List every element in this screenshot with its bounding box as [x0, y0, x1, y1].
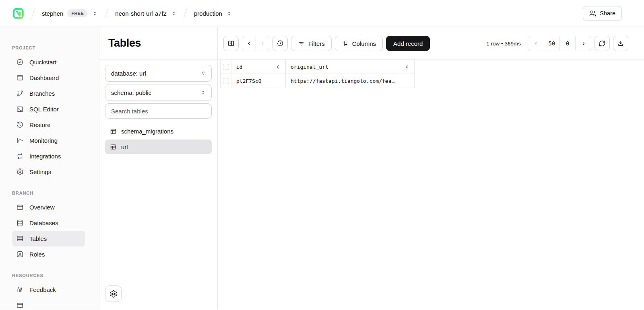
sidebar-item-quickstart[interactable]: Quickstart	[12, 54, 85, 70]
window-icon	[16, 203, 24, 211]
gear-icon	[16, 168, 24, 176]
table-list-item-schema_migrations[interactable]: schema_migrations	[105, 124, 212, 138]
grid-cell[interactable]: pl2F7ScQ	[231, 74, 286, 88]
sidebar-item-branches[interactable]: Branches	[12, 86, 85, 101]
grid-column-header-original_url[interactable]: original_url	[286, 60, 415, 74]
sidebar-item-overview[interactable]: Overview	[12, 199, 85, 215]
app: stephen FREE neon-short-url-a7f2 product…	[0, 0, 644, 310]
sql-editor-icon	[16, 105, 24, 113]
sidebar-item-feedback[interactable]: Feedback	[12, 282, 85, 298]
column-name: original_url	[291, 64, 328, 70]
grid-toolbar: Filters Columns Add record 1 row • 369ms	[223, 36, 644, 51]
sidebar-item-label: Roles	[29, 251, 45, 258]
plan-badge: FREE	[67, 9, 88, 17]
chevron-right-icon	[580, 41, 586, 47]
collapse-panel-button[interactable]	[223, 36, 239, 51]
roles-icon	[16, 250, 24, 258]
filter-icon	[298, 40, 305, 47]
tables-panel-footer	[99, 285, 217, 310]
table-list-item-url[interactable]: url	[105, 140, 212, 154]
refresh-button[interactable]	[594, 36, 610, 51]
chevron-updown-icon	[200, 70, 206, 76]
chevron-updown-icon[interactable]	[226, 10, 232, 16]
grid-cell[interactable]: https://fastapi.tiangolo.com/fea…	[286, 74, 415, 88]
grid-column-header-id[interactable]: id	[231, 60, 286, 74]
sidebar-section-label: BRANCH	[12, 191, 87, 195]
forward-button[interactable]	[256, 36, 269, 51]
download-icon	[617, 40, 624, 47]
download-button[interactable]	[613, 36, 628, 51]
back-button[interactable]	[242, 36, 256, 51]
add-record-button[interactable]: Add record	[386, 36, 430, 51]
top-header: stephen FREE neon-short-url-a7f2 product…	[0, 0, 644, 27]
refresh-icon	[599, 40, 606, 47]
table-icon	[110, 128, 117, 135]
next-page-button[interactable]	[575, 36, 591, 51]
users-icon	[589, 10, 596, 17]
filters-button[interactable]: Filters	[291, 36, 332, 51]
chevron-updown-icon	[200, 89, 206, 96]
sidebar-item-label: Restore	[29, 121, 51, 128]
schema-select-value: schema: public	[111, 89, 151, 96]
account-name: stephen	[42, 10, 63, 17]
sidebar-item-tables[interactable]: Tables	[12, 231, 85, 246]
neon-logo-icon[interactable]	[12, 7, 25, 20]
grid-area: idoriginal_url pl2F7ScQhttps://fastapi.t…	[218, 60, 644, 88]
data-grid: idoriginal_url pl2F7ScQhttps://fastapi.t…	[220, 60, 415, 88]
tables-panel: Tables database: url schema: public sche…	[99, 27, 218, 310]
window-icon	[16, 302, 24, 309]
sidebar-item-label: Tables	[29, 235, 47, 242]
breadcrumb-divider	[31, 8, 35, 18]
sidebar-item-clipped[interactable]	[12, 298, 85, 310]
sidebar-item-label: Monitoring	[29, 137, 58, 144]
sidebar-item-dashboard[interactable]: Dashboard	[12, 70, 85, 86]
main-area: Filters Columns Add record 1 row • 369ms	[218, 27, 644, 310]
prev-page-button[interactable]	[528, 36, 544, 51]
sort-icon[interactable]	[275, 64, 281, 70]
chevron-updown-icon[interactable]	[171, 10, 177, 16]
panel-settings-button[interactable]	[105, 285, 122, 302]
select-all-cell	[221, 60, 231, 74]
integrations-icon	[16, 152, 24, 160]
chart-icon	[16, 137, 24, 144]
history-icon	[277, 40, 284, 47]
feedback-icon	[16, 286, 24, 294]
sidebar-item-settings[interactable]: Settings	[12, 164, 85, 180]
sidebar-item-label: Branches	[29, 90, 55, 97]
sidebar-item-label: Databases	[29, 220, 58, 226]
sidebar-item-restore[interactable]: Restore	[12, 117, 85, 133]
sidebar-item-label: Integrations	[29, 153, 61, 160]
row-checkbox[interactable]	[223, 78, 229, 84]
breadcrumb-branch[interactable]: production	[194, 10, 232, 17]
breadcrumb-divider	[105, 8, 108, 18]
row-select-cell	[221, 74, 231, 88]
sidebar-item-databases[interactable]: Databases	[12, 215, 85, 231]
page-size-value[interactable]: 50	[544, 36, 559, 51]
sidebar-item-sql-editor[interactable]: SQL Editor	[12, 101, 85, 117]
database-select[interactable]: database: url	[105, 65, 212, 82]
sort-icon[interactable]	[404, 64, 410, 70]
sidebar-item-label: Quickstart	[29, 59, 57, 66]
filters-label: Filters	[308, 40, 325, 47]
table-icon	[110, 144, 117, 150]
chevron-updown-icon[interactable]	[92, 10, 98, 16]
gear-icon	[109, 290, 118, 298]
select-all-checkbox[interactable]	[223, 64, 229, 70]
schema-select[interactable]: schema: public	[105, 84, 212, 101]
search-tables-input[interactable]	[105, 103, 212, 119]
breadcrumb-account[interactable]: stephen FREE	[42, 9, 98, 17]
columns-button[interactable]: Columns	[335, 36, 383, 51]
tables-panel-header: Tables	[99, 27, 217, 60]
table-name: url	[121, 144, 128, 150]
breadcrumb-project[interactable]: neon-short-url-a7f2	[115, 10, 177, 17]
sidebar-item-monitoring[interactable]: Monitoring	[12, 133, 85, 148]
project-name: neon-short-url-a7f2	[115, 10, 167, 17]
chevron-right-icon	[259, 40, 266, 47]
share-button[interactable]: Share	[583, 6, 622, 21]
branch-name: production	[194, 10, 222, 17]
sidebar-item-integrations[interactable]: Integrations	[12, 148, 85, 164]
query-history-button[interactable]	[272, 36, 288, 51]
page-offset-value[interactable]: 0	[559, 36, 575, 51]
sidebar-item-roles[interactable]: Roles	[12, 246, 85, 262]
sidebar-item-label: Settings	[29, 168, 51, 175]
